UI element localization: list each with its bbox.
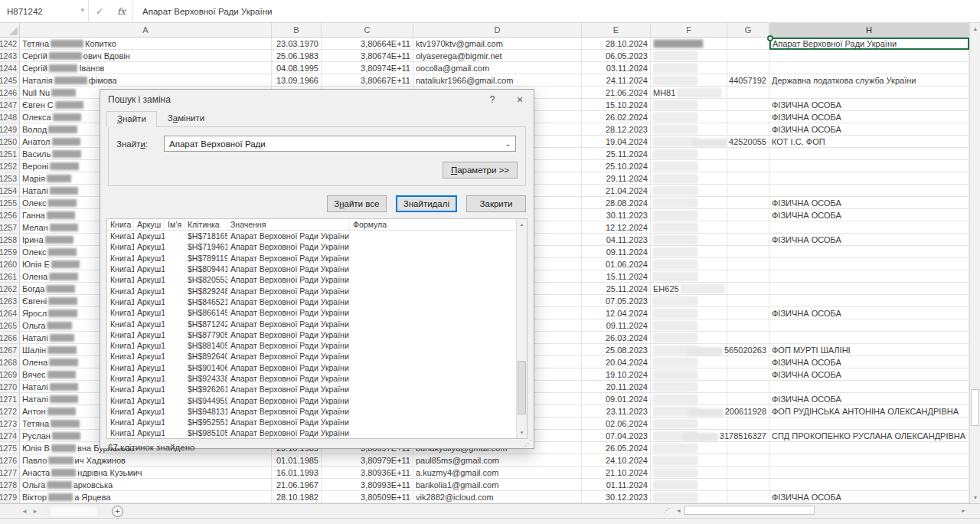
find-all-button[interactable]: Знайти все [327, 195, 387, 212]
cell[interactable] [651, 418, 727, 430]
cell[interactable]: 21.10.2024 [582, 467, 651, 479]
cell[interactable]: 200611928 [727, 405, 769, 418]
cell[interactable]: СПД ПРОКОПЕНКО РУСЛАНА ОЛЕКСАНДРІВНА [769, 430, 969, 442]
cell[interactable] [769, 172, 969, 185]
cell[interactable]: 07.04.2023 [582, 430, 651, 442]
row-header[interactable]: 871275 [0, 442, 20, 454]
cell[interactable] [651, 442, 727, 454]
cell[interactable]: ФІЗИЧНА ОСОБА [769, 393, 969, 405]
close-icon[interactable]: × [508, 90, 532, 110]
cell[interactable]: Павло ██████ич Хаджинов [20, 454, 272, 467]
cell[interactable]: Тетяна ████████ Копитко [20, 38, 272, 50]
row-header[interactable]: 871248 [0, 111, 20, 123]
cell[interactable] [651, 50, 727, 62]
row-header[interactable]: 871253 [0, 172, 20, 185]
cell[interactable] [651, 479, 727, 491]
cell[interactable] [651, 491, 727, 503]
row-header[interactable]: 871251 [0, 148, 20, 160]
cell[interactable]: 26.02.2024 [582, 111, 651, 123]
results-column-header[interactable]: Книга [107, 219, 134, 230]
cell[interactable]: 26.05.2024 [582, 442, 651, 454]
cell[interactable]: 02.06.2024 [582, 418, 651, 430]
cell[interactable] [727, 332, 769, 344]
cell[interactable]: 29.11.2024 [582, 172, 651, 185]
cell[interactable] [651, 454, 727, 467]
cell[interactable]: ФІЗИЧНА ОСОБА [769, 99, 969, 111]
cell[interactable] [769, 50, 969, 62]
name-box[interactable]: H871242 ▾ [0, 0, 89, 22]
cell[interactable] [727, 295, 769, 307]
cell[interactable]: 19.04.2024 [582, 136, 651, 148]
cell[interactable]: 20.04.2024 [582, 356, 651, 368]
row-header[interactable]: 871261 [0, 270, 20, 283]
cell[interactable] [769, 283, 969, 295]
cell[interactable] [727, 454, 769, 467]
cell[interactable]: 25.11.2024 [582, 148, 651, 160]
row-header[interactable]: 871264 [0, 307, 20, 319]
cell[interactable] [769, 270, 969, 283]
cell[interactable] [727, 234, 769, 246]
cell[interactable]: 3,80974E+11 [322, 62, 413, 74]
scroll-left-icon[interactable]: ◄ [673, 508, 684, 513]
find-result-row[interactable]: Книга1Аркуш1$H$892640Апарат Верховної Ра… [107, 351, 516, 362]
cell[interactable]: ЕН625 [651, 283, 727, 295]
cell[interactable]: 09.11.2024 [582, 319, 651, 332]
find-result-row[interactable]: Книга1Аркуш1$H$926261Апарат Верховної Ра… [107, 384, 516, 395]
cell[interactable]: Наталія████████фімова [20, 74, 272, 87]
cell[interactable]: Державна податкова служба України [769, 74, 969, 87]
cell[interactable]: ktv1970ktv@gmail.com [413, 38, 582, 50]
cell[interactable]: 26.03.2024 [582, 332, 651, 344]
row-header[interactable]: 871254 [0, 185, 20, 197]
close-button[interactable]: Закрити [466, 195, 526, 212]
cell[interactable] [651, 209, 727, 221]
cell[interactable] [727, 197, 769, 209]
row-header[interactable]: 871259 [0, 246, 20, 258]
results-column-header[interactable]: Клітинка [185, 219, 227, 230]
cell[interactable] [727, 62, 769, 74]
find-result-row[interactable]: Книга1Аркуш1$H$948131Апарат Верховної Ра… [107, 406, 516, 417]
cell[interactable] [769, 454, 969, 467]
row-header[interactable]: 871255 [0, 197, 20, 209]
enter-icon[interactable]: ✓ [89, 0, 110, 22]
cell[interactable] [727, 221, 769, 234]
column-header-b[interactable]: B [272, 23, 322, 37]
row-header[interactable]: 871272 [0, 405, 20, 418]
cell[interactable] [727, 185, 769, 197]
chevron-down-icon[interactable]: ⌄ [501, 137, 514, 150]
cell[interactable]: Ольга ██████арковська [20, 479, 272, 491]
cell[interactable] [727, 246, 769, 258]
cell[interactable] [769, 62, 969, 74]
cell[interactable] [769, 148, 969, 160]
scroll-up-icon[interactable]: ▲ [970, 23, 980, 34]
row-header[interactable]: 871270 [0, 381, 20, 393]
cell[interactable]: 30.11.2023 [582, 209, 651, 221]
cell[interactable]: 04.08.1995 [272, 62, 322, 74]
cell[interactable]: 23.11.2023 [582, 405, 651, 418]
cell[interactable]: 20.11.2024 [582, 381, 651, 393]
results-scroll-thumb[interactable] [518, 361, 526, 414]
select-all-corner[interactable] [0, 23, 20, 37]
cell[interactable] [651, 197, 727, 209]
find-result-row[interactable]: Книга1Аркуш1$H$944959Апарат Верховної Ра… [107, 395, 516, 405]
sheet-nav-right-icon[interactable]: ► [32, 508, 38, 515]
cell[interactable]: 12.12.2024 [582, 221, 651, 234]
cell[interactable]: 24.10.2024 [582, 454, 651, 467]
cell[interactable]: 01.01.1985 [272, 454, 322, 467]
cell[interactable] [727, 479, 769, 491]
cell[interactable]: 44057192 [727, 74, 769, 87]
find-result-row[interactable]: Книга1Аркуш1$H$881405Апарат Верховної Ра… [107, 340, 516, 351]
cell[interactable]: 09.01.2024 [582, 393, 651, 405]
cell[interactable] [769, 479, 969, 491]
row-header[interactable]: 871257 [0, 221, 20, 234]
cell[interactable]: 01.06.2024 [582, 258, 651, 270]
cell[interactable] [769, 258, 969, 270]
row-header[interactable]: 871277 [0, 467, 20, 479]
row-header[interactable]: 871274 [0, 430, 20, 442]
column-header-h[interactable]: H [769, 23, 969, 37]
resize-grip[interactable]: ⋰ [524, 440, 532, 447]
cell[interactable]: 06.05.2023 [582, 50, 651, 62]
cell[interactable] [727, 356, 769, 368]
cell[interactable] [651, 270, 727, 283]
cell[interactable] [727, 87, 769, 99]
results-column-header[interactable]: Значення [227, 219, 350, 230]
